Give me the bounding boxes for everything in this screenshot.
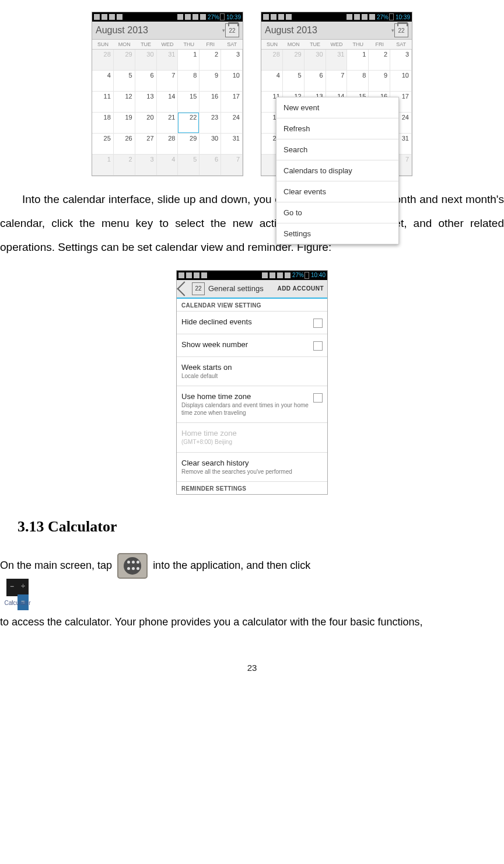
today-icon[interactable]: 22 [225, 23, 239, 37]
calendar-day-cell[interactable]: 29 [178, 134, 200, 155]
calendar-day-cell[interactable]: 20 [135, 113, 157, 134]
today-icon[interactable]: 22 [394, 23, 408, 37]
calendar-day-cell[interactable]: 30 [135, 50, 157, 71]
calendar-day-cell[interactable]: 7 [326, 71, 348, 92]
menu-item[interactable]: Go to [276, 202, 398, 223]
calendar-day-cell[interactable]: 11 [92, 92, 114, 113]
calendar-day-cell[interactable]: 2 [200, 50, 221, 71]
calendar-day-cell[interactable]: 5 [114, 71, 135, 92]
calendar-day-cell[interactable]: 1 [347, 50, 369, 71]
calendar-day-cell[interactable]: 8 [178, 71, 200, 92]
add-account-button[interactable]: ADD ACCOUNT [277, 285, 324, 292]
settings-row: Home time zone(GMT+8:00) Beijing [177, 422, 327, 452]
calendar-day-cell[interactable]: 23 [200, 113, 221, 134]
apps-drawer-icon[interactable] [117, 553, 148, 579]
notif-icon [278, 14, 284, 20]
signal-icon [362, 14, 368, 20]
calendar-day-cell[interactable]: 6 [135, 71, 157, 92]
menu-item[interactable]: New event [276, 97, 398, 118]
calendar-day-cell[interactable]: 13 [135, 92, 157, 113]
calendar-day-cell[interactable]: 28 [157, 134, 178, 155]
settings-row[interactable]: Week starts onLocale default [177, 356, 327, 386]
battery-pct: 27% [208, 14, 219, 20]
calendar-day-cell[interactable]: 30 [304, 50, 326, 71]
calendar-day-cell[interactable]: 14 [157, 92, 178, 113]
calendar-day-cell[interactable]: 10 [390, 71, 412, 92]
signal-icon [192, 14, 198, 20]
settings-row[interactable]: Show week number [177, 334, 327, 356]
menu-item[interactable]: Settings [276, 223, 398, 244]
calendar-day-cell[interactable]: 9 [369, 71, 390, 92]
calendar-day-cell[interactable]: 1 [178, 50, 200, 71]
weekday-label: FRI [369, 40, 390, 49]
calendar-day-cell[interactable]: 9 [200, 71, 221, 92]
calendar-day-cell[interactable]: 4 [92, 71, 114, 92]
calendar-day-cell[interactable]: 7 [221, 155, 243, 176]
calendar-day-cell[interactable]: 4 [261, 71, 283, 92]
menu-item[interactable]: Refresh [276, 118, 398, 139]
calendar-day-cell[interactable]: 3 [221, 50, 243, 71]
calendar-day-cell[interactable]: 15 [178, 92, 200, 113]
settings-row[interactable]: Clear search historyRemove all the searc… [177, 452, 327, 482]
calendar-day-cell[interactable]: 3 [135, 155, 157, 176]
calendar-day-cell[interactable]: 31 [157, 50, 178, 71]
calendar-header[interactable]: August 2013 ▾ 22 [92, 22, 243, 40]
wifi-icon [270, 272, 275, 278]
calendar-day-cell[interactable]: 6 [304, 71, 326, 92]
status-bar: 27% 10:39 [261, 12, 412, 22]
calendar-day-cell[interactable]: 18 [92, 113, 114, 134]
calendar-day-cell[interactable]: 6 [200, 155, 221, 176]
calendar-day-cell[interactable]: 22 [178, 113, 200, 134]
calculator-app-icon[interactable]: − ÷ + = Calculator [2, 579, 33, 610]
checkbox[interactable] [313, 319, 323, 328]
back-icon[interactable] [177, 281, 191, 296]
usb-icon [263, 14, 269, 20]
calendar-day-cell[interactable]: 31 [221, 134, 243, 155]
calendar-day-cell[interactable]: 28 [92, 50, 114, 71]
calendar-day-cell[interactable]: 12 [114, 92, 135, 113]
notif-icon [109, 14, 115, 20]
calendar-day-cell[interactable]: 29 [283, 50, 304, 71]
checkbox[interactable] [313, 393, 323, 403]
calendar-day-cell[interactable]: 2 [114, 155, 135, 176]
settings-row-subtitle: Displays calendars and event times in yo… [181, 402, 310, 417]
calendar-day-cell[interactable]: 26 [114, 134, 135, 155]
settings-row-subtitle: (GMT+8:00) Beijing [181, 439, 323, 446]
calendar-day-cell[interactable]: 27 [135, 134, 157, 155]
calendar-day-cell[interactable]: 29 [114, 50, 135, 71]
calendar-header[interactable]: August 2013 ▾ 22 [261, 22, 412, 40]
calendar-day-cell[interactable]: 4 [157, 155, 178, 176]
calendar-day-cell[interactable]: 8 [347, 71, 369, 92]
alarm-icon [346, 14, 352, 20]
wifi-icon [354, 14, 360, 20]
settings-row[interactable]: Hide declined events [177, 311, 327, 334]
calendar-day-cell[interactable]: 30 [200, 134, 221, 155]
calendar-day-cell[interactable]: 28 [261, 50, 283, 71]
calendar-grid[interactable]: 2829303112345678910111213141516171819202… [92, 50, 243, 176]
calendar-day-cell[interactable]: 24 [221, 113, 243, 134]
menu-item[interactable]: Calendars to display [276, 160, 398, 181]
calendar-day-cell[interactable]: 25 [92, 134, 114, 155]
settings-row-title: Use home time zoneDisplays calendars and… [181, 392, 310, 417]
calendar-day-cell[interactable]: 17 [221, 92, 243, 113]
calendar-day-cell[interactable]: 3 [390, 50, 412, 71]
settings-row-title: Clear search historyRemove all the searc… [181, 459, 323, 476]
menu-item[interactable]: Search [276, 139, 398, 160]
weekday-label: MON [283, 40, 304, 49]
calendar-day-cell[interactable]: 31 [326, 50, 348, 71]
weekday-label: TUE [304, 40, 326, 49]
calendar-day-cell[interactable]: 16 [200, 92, 221, 113]
menu-item[interactable]: Clear events [276, 181, 398, 202]
calendar-day-cell[interactable]: 5 [283, 71, 304, 92]
checkbox[interactable] [313, 341, 323, 351]
alarm-icon [262, 272, 268, 278]
calendar-day-cell[interactable]: 1 [92, 155, 114, 176]
calendar-day-cell[interactable]: 5 [178, 155, 200, 176]
calendar-day-cell[interactable]: 10 [221, 71, 243, 92]
calendar-day-cell[interactable]: 19 [114, 113, 135, 134]
calendar-day-cell[interactable]: 2 [369, 50, 390, 71]
calendar-day-cell[interactable]: 7 [157, 71, 178, 92]
notif-icon [186, 272, 192, 278]
settings-row[interactable]: Use home time zoneDisplays calendars and… [177, 386, 327, 422]
calendar-day-cell[interactable]: 21 [157, 113, 178, 134]
